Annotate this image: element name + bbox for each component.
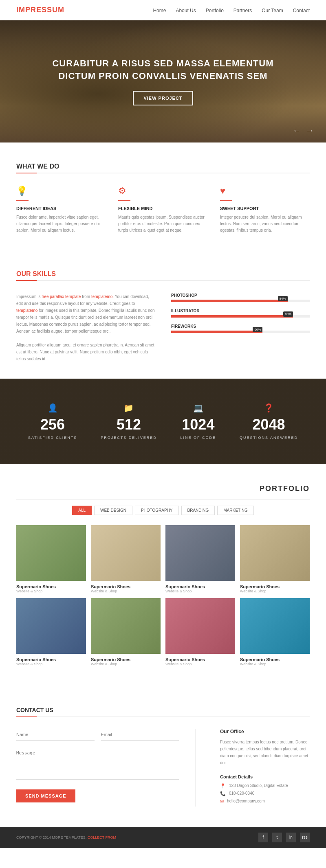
portfolio-title: PORTFOLIO [16, 484, 310, 493]
feature-3-icon: ♥ [220, 186, 310, 196]
filter-all[interactable]: ALL [72, 506, 92, 515]
contact-layout: SEND MESSAGE Our Office Fusce viverra te… [16, 729, 310, 807]
portfolio-thumb-6[interactable] [91, 598, 161, 654]
portfolio-item-3: Supermario Shoes Website & Shop [165, 525, 235, 593]
stat-clients-label: SATISFIED CLIENTS [28, 436, 77, 440]
feature-1-line [16, 200, 29, 201]
portfolio-thumb-7[interactable] [165, 598, 235, 654]
stat-clients-number: 256 [28, 416, 77, 433]
form-row-1 [16, 729, 179, 741]
feature-3-text: Integer posuere dui sapien. Morbi eu ali… [220, 214, 310, 234]
portfolio-thumb-4[interactable] [240, 525, 310, 581]
contact-name-input[interactable] [16, 729, 95, 741]
skills-paragraph-1: Impressum is free parallax template from… [16, 293, 155, 335]
social-twitter-icon[interactable]: t [272, 833, 282, 842]
skill-illustrator-bar-fill: 88% [171, 315, 293, 318]
stat-code-icon: 💻 [181, 403, 216, 413]
portfolio-item-6-sub: Website & Shop [91, 662, 161, 666]
social-rss-icon[interactable]: rss [300, 833, 310, 842]
skill-photoshop-bar-bg: 84% [171, 300, 310, 302]
skill-photoshop-bar-fill: 84% [171, 300, 288, 302]
logo-text: IMPRESSUM [16, 6, 64, 14]
contact-email: ✉ hello@company.com [220, 799, 310, 804]
navbar: IMPRESSUM Home About Us Portfolio Partne… [0, 0, 326, 20]
stat-projects-number: 512 [101, 416, 157, 433]
email-icon: ✉ [220, 799, 224, 804]
phone-icon: 📞 [220, 791, 226, 796]
hero-next-arrow[interactable]: → [306, 126, 314, 135]
stat-questions-label: QUESTIONS ANSWERED [240, 436, 298, 440]
nav-partners[interactable]: Partners [233, 8, 252, 13]
portfolio-item-3-sub: Website & Shop [165, 589, 235, 593]
portfolio-thumb-8[interactable] [240, 598, 310, 654]
portfolio-item-2-title: Supermario Shoes [91, 584, 161, 589]
logo[interactable]: IMPRESSUM [16, 6, 64, 14]
hero-cta-button[interactable]: VIEW PROJECT [133, 91, 193, 105]
portfolio-filters: ALL WEB DESIGN PHOTOGRAPHY BRANDING MARK… [16, 506, 310, 515]
footer-social: f t in rss [258, 833, 310, 842]
skill-photoshop-badge: 84% [278, 296, 288, 301]
filter-webdesign[interactable]: WEB DESIGN [94, 506, 132, 515]
stat-code-number: 1024 [181, 416, 216, 433]
portfolio-item-6-title: Supermario Shoes [91, 657, 161, 662]
portfolio-item-7: Supermario Shoes Website & Shop [165, 598, 235, 666]
skills-link-1[interactable]: free parallax template [42, 294, 81, 299]
portfolio-item-6: Supermario Shoes Website & Shop [91, 598, 161, 666]
portfolio-item-8-sub: Website & Shop [240, 662, 310, 666]
skills-section: OUR SKILLS Impressum is free parallax te… [0, 254, 326, 379]
social-facebook-icon[interactable]: f [258, 833, 268, 842]
skill-illustrator-badge: 88% [283, 311, 293, 317]
portfolio-item-7-title: Supermario Shoes [165, 657, 235, 662]
footer-link[interactable]: COLLECT FROM [88, 835, 116, 840]
skills-link-2[interactable]: templatemo [91, 294, 112, 299]
portfolio-item-8-title: Supermario Shoes [240, 657, 310, 662]
portfolio-item-5-sub: Website & Shop [16, 662, 86, 666]
skills-title: OUR SKILLS [16, 270, 310, 278]
feature-3-line [220, 200, 232, 201]
nav-contact[interactable]: Contact [293, 8, 310, 13]
stat-questions-icon: ❓ [240, 403, 298, 413]
nav-home[interactable]: Home [153, 8, 166, 13]
office-title: Our Office [220, 729, 310, 734]
send-message-button[interactable]: SEND MESSAGE [16, 789, 75, 802]
address-icon: 📍 [220, 783, 226, 789]
nav-portfolio[interactable]: Portfolio [206, 8, 224, 13]
what-we-do-title: WHAT WE DO [16, 163, 310, 170]
office-text: Fusce viverra tempus lectus nec pretium.… [220, 739, 310, 766]
portfolio-item-8: Supermario Shoes Website & Shop [240, 598, 310, 666]
footer-copyright: COPYRIGHT © 2014 MORE TEMPLATES. [16, 835, 88, 840]
footer: COPYRIGHT © 2014 MORE TEMPLATES. COLLECT… [0, 827, 326, 848]
contact-section: CONTACT US SEND MESSAGE Our Office Fusce… [0, 686, 326, 827]
portfolio-thumb-1[interactable] [16, 525, 86, 581]
skill-fireworks-bar-bg: 66% [171, 331, 310, 333]
portfolio-thumb-3[interactable] [165, 525, 235, 581]
contact-email-input[interactable] [101, 729, 179, 741]
social-linkedin-icon[interactable]: in [286, 833, 296, 842]
portfolio-item-2: Supermario Shoes Website & Shop [91, 525, 161, 593]
portfolio-thumb-5[interactable] [16, 598, 86, 654]
stat-projects: 📁 512 PROJECTS DELIVERED [101, 403, 157, 440]
hero-prev-arrow[interactable]: ← [293, 126, 301, 135]
portfolio-divider [16, 499, 310, 500]
stat-code-label: LINE OF CODE [181, 436, 216, 440]
filter-marketing[interactable]: MARKETING [217, 506, 253, 515]
filter-photography[interactable]: PHOTOGRAPHY [135, 506, 179, 515]
filter-branding[interactable]: BRANDING [181, 506, 215, 515]
feature-1-title: DIFFERENT IDEAS [16, 206, 106, 211]
nav-about[interactable]: About Us [176, 8, 196, 13]
portfolio-item-4-sub: Website & Shop [240, 589, 310, 593]
contact-title: CONTACT US [16, 707, 310, 713]
stat-projects-label: PROJECTS DELIVERED [101, 436, 157, 440]
skill-illustrator-bar-bg: 88% [171, 315, 310, 318]
hero-content: CURABITUR A RISUS SED MASSA ELEMENTUM DI… [41, 57, 285, 105]
portfolio-thumb-2[interactable] [91, 525, 161, 581]
what-we-do-divider [16, 173, 310, 173]
skill-fireworks-bar-fill: 66% [171, 331, 262, 333]
footer-text: COPYRIGHT © 2014 MORE TEMPLATES. COLLECT… [16, 835, 116, 840]
contact-message-input[interactable] [16, 747, 179, 780]
nav-team[interactable]: Our Team [262, 8, 283, 13]
portfolio-grid: Supermario Shoes Website & Shop Supermar… [16, 525, 310, 666]
nav-links: Home About Us Portfolio Partners Our Tea… [153, 7, 310, 14]
feature-2-line [118, 200, 130, 201]
skills-link-3[interactable]: templatemo [16, 308, 37, 313]
